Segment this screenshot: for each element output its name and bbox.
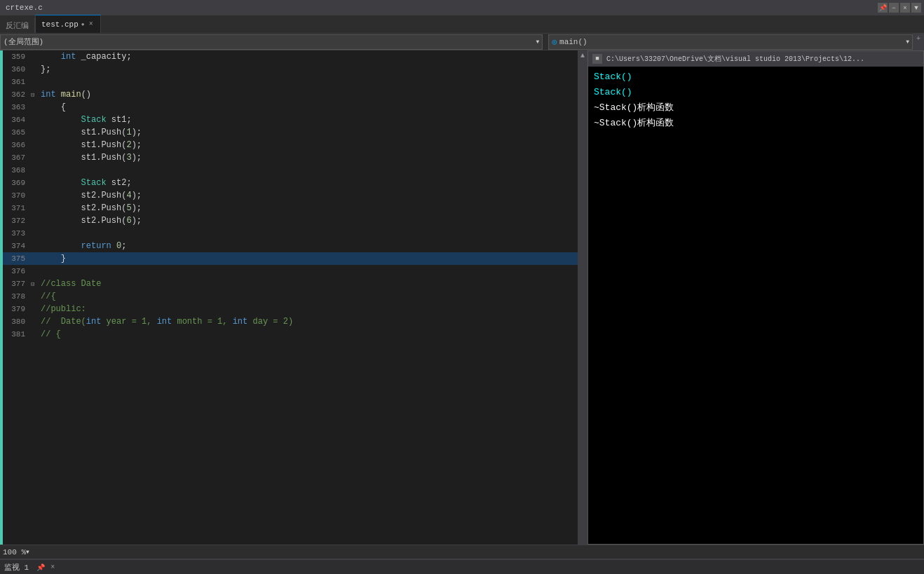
line-content-369: Stack st2; — [41, 177, 578, 189]
watch-pin-button[interactable]: 📌 — [34, 563, 47, 573]
title-bar: crtexe.c 📌 − × ▼ — [0, 0, 924, 15]
line-content-375: } — [41, 252, 578, 265]
console-line-4: ~Stack()析构函数 — [594, 116, 918, 131]
scroll-arrow-icon: + — [916, 34, 920, 44]
console-title-text: C:\Users\33207\OneDrive\文档\visual studio… — [606, 54, 919, 64]
code-line-367: 367 st1.Push(3); — [3, 151, 578, 164]
code-line-372: 372 st2.Push(6); — [3, 214, 578, 227]
line-number-367: 367 — [3, 151, 31, 164]
watch-title: 监视 1 — [4, 562, 29, 573]
tab-disassembly[interactable]: 反汇编 — [0, 18, 35, 33]
console-body: Stack() Stack() ~Stack()析构函数 ~Stack()析构函… — [588, 67, 923, 544]
zoom-dropdown-icon[interactable]: ▼ — [26, 549, 29, 555]
tab-bar: 反汇编 test.cpp ● × — [0, 15, 924, 34]
line-number-365: 365 — [3, 126, 31, 139]
line-content-365: st1.Push(1); — [41, 126, 578, 139]
code-line-379: 379 //public: — [3, 303, 578, 315]
tab-close-icon[interactable]: × — [88, 20, 95, 29]
line-number-381: 381 — [3, 328, 31, 341]
line-number-364: 364 — [3, 114, 31, 126]
code-editor[interactable]: 359 int _capacity; 360 }; 361 — [0, 50, 578, 545]
line-number-366: 366 — [3, 139, 31, 151]
zoom-bar: 100 % ▼ — [0, 545, 924, 559]
code-line-371: 371 st2.Push(5); — [3, 202, 578, 214]
line-gutter-362: ⊟ — [31, 88, 41, 102]
line-number-379: 379 — [3, 303, 31, 315]
line-number-372: 372 — [3, 214, 31, 227]
collapse-362[interactable]: ⊟ — [31, 92, 34, 99]
tab-save-icon: ● — [81, 21, 85, 27]
line-number-363: 363 — [3, 101, 31, 114]
scope-dropdown-icon: ▼ — [536, 39, 540, 45]
title-bar-text: crtexe.c — [0, 4, 878, 12]
line-number-371: 371 — [3, 202, 31, 214]
line-content-367: st1.Push(3); — [41, 151, 578, 164]
line-content-370: st2.Push(4); — [41, 189, 578, 202]
code-lines: 359 int _capacity; 360 }; 361 — [0, 50, 578, 341]
scope-dropdown[interactable]: (全局范围) ▼ — [0, 34, 543, 50]
code-line-377: 377 ⊟ //class Date — [3, 278, 578, 290]
line-content-360: }; — [41, 63, 578, 76]
code-line-381: 381 // { — [3, 328, 578, 341]
line-number-360: 360 — [3, 63, 31, 76]
line-content-366: st1.Push(2); — [41, 139, 578, 151]
line-number-378: 378 — [3, 290, 31, 303]
zoom-value: 100 % — [3, 548, 26, 556]
line-content-380: // Date(int year = 1, int month = 1, int… — [41, 315, 578, 328]
line-number-377: 377 — [3, 278, 31, 290]
code-line-362: 362 ⊟ int main() — [3, 88, 578, 101]
code-line-360: 360 }; — [3, 63, 578, 76]
main-area: 359 int _capacity; 360 }; 361 — [0, 50, 924, 545]
line-content-381: // { — [41, 328, 578, 341]
line-content-362: int main() — [41, 88, 578, 101]
line-content-359: int _capacity; — [41, 50, 578, 63]
line-content-371: st2.Push(5); — [41, 202, 578, 214]
function-dropdown[interactable]: ◎ main() ▼ — [548, 34, 913, 50]
line-number-370: 370 — [3, 189, 31, 202]
code-line-374: 374 return 0; — [3, 240, 578, 252]
tab-disassembly-label: 反汇编 — [6, 20, 29, 31]
line-number-376: 376 — [3, 265, 31, 278]
line-content-374: return 0; — [41, 240, 578, 252]
code-line-366: 366 st1.Push(2); — [3, 139, 578, 151]
code-line-375: 375 ➤ } — [3, 252, 578, 265]
line-content-364: Stack st1; — [41, 114, 578, 126]
console-title-bar: ■ C:\Users\33207\OneDrive\文档\visual stud… — [588, 51, 923, 67]
line-number-368: 368 — [3, 164, 31, 177]
watch-icons: 📌 × — [34, 563, 57, 573]
close-button[interactable]: × — [900, 3, 910, 13]
line-content-372: st2.Push(6); — [41, 214, 578, 227]
minimize-button[interactable]: − — [889, 3, 899, 13]
scope-label: (全局范围) — [4, 36, 43, 47]
function-dropdown-icon: ▼ — [906, 39, 909, 45]
console-line-1: Stack() — [594, 69, 918, 85]
console-icon-symbol: ■ — [595, 55, 599, 62]
watch-close-button[interactable]: × — [48, 563, 57, 573]
nav-scroll-right: + — [913, 34, 924, 50]
console-line-3: ~Stack()析构函数 — [594, 100, 918, 116]
left-border-indicator — [0, 50, 3, 545]
collapse-377[interactable]: ⊟ — [31, 281, 34, 288]
code-line-365: 365 st1.Push(1); — [3, 126, 578, 139]
code-line-363: 363 { — [3, 101, 578, 114]
scroll-up-arrow[interactable]: ▲ — [580, 50, 585, 61]
line-number-373: 373 — [3, 227, 31, 240]
title-bar-buttons: 📌 − × ▼ — [878, 3, 921, 13]
code-line-370: 370 st2.Push(4); — [3, 189, 578, 202]
pin-button[interactable]: 📌 — [878, 3, 888, 13]
dropdown-button[interactable]: ▼ — [911, 3, 921, 13]
code-line-368: 368 — [3, 164, 578, 177]
code-line-364: 364 Stack st1; — [3, 114, 578, 126]
code-line-359: 359 int _capacity; — [3, 50, 578, 63]
code-line-380: 380 // Date(int year = 1, int month = 1,… — [3, 315, 578, 328]
code-line-373: 373 — [3, 227, 578, 240]
line-gutter-377: ⊟ — [31, 278, 41, 291]
tab-test-cpp[interactable]: test.cpp ● × — [35, 15, 101, 33]
line-number-380: 380 — [3, 315, 31, 328]
code-line-361: 361 — [3, 76, 578, 88]
code-line-376: 376 — [3, 265, 578, 278]
code-line-369: 369 Stack st2; — [3, 177, 578, 189]
code-editor-container: 359 int _capacity; 360 }; 361 — [0, 50, 587, 545]
console-icon: ■ — [592, 54, 602, 64]
editor-scrollbar[interactable]: ▲ — [578, 50, 587, 545]
